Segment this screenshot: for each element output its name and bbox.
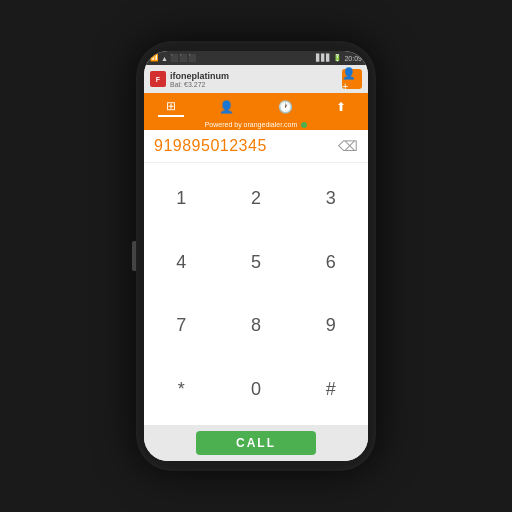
- app-titlebar-left: F ifoneplatinum Bal: €3.272: [150, 71, 229, 88]
- phone-device: 📶 ▲ ⬛⬛⬛ ▋▋▋ 🔋 20:09 F ifoneplatinum Bal:…: [136, 41, 376, 471]
- time-display: 20:09: [344, 55, 362, 62]
- dialpad: 1 2 3 4 5 6 7 8 9 * 0 #: [144, 163, 368, 425]
- key-9-label: 9: [326, 315, 336, 336]
- key-1[interactable]: 1: [163, 184, 199, 214]
- phone-screen: 📶 ▲ ⬛⬛⬛ ▋▋▋ 🔋 20:09 F ifoneplatinum Bal:…: [144, 51, 368, 461]
- app-titlebar: F ifoneplatinum Bal: €3.272 👤+: [144, 65, 368, 93]
- battery-icon: 🔋: [333, 54, 342, 62]
- app-balance: Bal: €3.272: [170, 81, 229, 88]
- tab-settings[interactable]: ⬆: [328, 98, 354, 116]
- key-star[interactable]: *: [163, 374, 199, 404]
- tab-contacts[interactable]: 👤: [211, 98, 242, 116]
- key-6-label: 6: [326, 252, 336, 273]
- number-display: 919895012345 ⌫: [144, 130, 368, 163]
- app-name: ifoneplatinum: [170, 71, 229, 81]
- logo-letter: F: [156, 76, 160, 83]
- dialpad-row-4: * 0 #: [144, 358, 368, 422]
- status-bar-left: 📶 ▲ ⬛⬛⬛: [150, 54, 197, 62]
- dialpad-tab-icon: ⊞: [166, 99, 176, 113]
- add-contact-icon: 👤+: [342, 67, 362, 92]
- key-4[interactable]: 4: [163, 247, 199, 277]
- call-button[interactable]: CALL: [196, 431, 316, 455]
- key-0-label: 0: [251, 379, 261, 400]
- key-9[interactable]: 9: [313, 311, 349, 341]
- key-1-label: 1: [176, 188, 186, 209]
- tab-history[interactable]: 🕐: [270, 98, 301, 116]
- settings-tab-icon: ⬆: [336, 100, 346, 114]
- history-tab-icon: 🕐: [278, 100, 293, 114]
- dialpad-row-2: 4 5 6: [144, 231, 368, 295]
- powered-by-text: Powered by orangedialer.com: [205, 121, 298, 128]
- key-5[interactable]: 5: [238, 247, 274, 277]
- app-title-info: ifoneplatinum Bal: €3.272: [170, 71, 229, 88]
- key-5-label: 5: [251, 252, 261, 273]
- nav-tabs: ⊞ 👤 🕐 ⬆: [144, 93, 368, 119]
- key-2-label: 2: [251, 188, 261, 209]
- key-8[interactable]: 8: [238, 311, 274, 341]
- status-bar-right: ▋▋▋ 🔋 20:09: [316, 54, 362, 62]
- add-contact-button[interactable]: 👤+: [342, 69, 362, 89]
- key-3[interactable]: 3: [313, 184, 349, 214]
- key-7[interactable]: 7: [163, 311, 199, 341]
- contacts-tab-icon: 👤: [219, 100, 234, 114]
- key-8-label: 8: [251, 315, 261, 336]
- wifi-icon: ▲: [161, 55, 168, 62]
- key-star-label: *: [178, 379, 185, 400]
- dialed-number: 919895012345: [154, 137, 267, 155]
- dialpad-row-1: 1 2 3: [144, 167, 368, 231]
- key-0[interactable]: 0: [238, 374, 274, 404]
- side-handle: [132, 241, 136, 271]
- notification-icons: ⬛⬛⬛: [170, 54, 197, 62]
- backspace-icon: ⌫: [338, 138, 358, 154]
- signal-bars-icon: ▋▋▋: [316, 54, 331, 62]
- key-hash[interactable]: #: [313, 374, 349, 404]
- key-4-label: 4: [176, 252, 186, 273]
- backspace-button[interactable]: ⌫: [338, 136, 358, 156]
- key-3-label: 3: [326, 188, 336, 209]
- key-2[interactable]: 2: [238, 184, 274, 214]
- online-status-dot: [301, 122, 307, 128]
- key-6[interactable]: 6: [313, 247, 349, 277]
- status-bar: 📶 ▲ ⬛⬛⬛ ▋▋▋ 🔋 20:09: [144, 51, 368, 65]
- dialpad-row-3: 7 8 9: [144, 294, 368, 358]
- call-bar: CALL: [144, 425, 368, 461]
- app-logo: F: [150, 71, 166, 87]
- key-hash-label: #: [326, 379, 336, 400]
- signal-icon: 📶: [150, 54, 159, 62]
- tab-dialpad[interactable]: ⊞: [158, 97, 184, 117]
- key-7-label: 7: [176, 315, 186, 336]
- powered-by-bar: Powered by orangedialer.com: [144, 119, 368, 130]
